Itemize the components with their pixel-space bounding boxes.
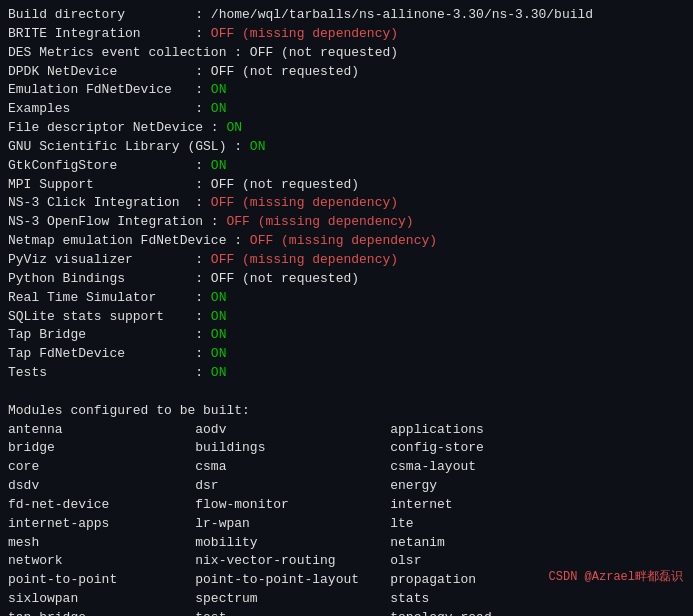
brite-line: BRITE Integration : OFF (missing depende… — [8, 25, 685, 44]
dpdk-line: DPDK NetDevice : OFF (not requested) — [8, 63, 685, 82]
gnu-line: GNU Scientific Library (GSL) : ON — [8, 138, 685, 157]
gtk-line: GtkConfigStore : ON — [8, 157, 685, 176]
modules-header: Modules configured to be built: — [8, 402, 685, 421]
python-line: Python Bindings : OFF (not requested) — [8, 270, 685, 289]
ns3-click-line: NS-3 Click Integration : OFF (missing de… — [8, 194, 685, 213]
modules-row-3: core csma csma-layout — [8, 458, 685, 477]
mpi-line: MPI Support : OFF (not requested) — [8, 176, 685, 195]
pyviz-line: PyViz visualizer : OFF (missing dependen… — [8, 251, 685, 270]
empty-1 — [8, 383, 685, 402]
des-line: DES Metrics event collection : OFF (not … — [8, 44, 685, 63]
modules-row-10: sixlowpan spectrum stats — [8, 590, 685, 609]
modules-row-2: bridge buildings config-store — [8, 439, 685, 458]
realtime-line: Real Time Simulator : ON — [8, 289, 685, 308]
terminal: Build directory : /home/wql/tarballs/ns-… — [8, 6, 685, 616]
tap-fd-line: Tap FdNetDevice : ON — [8, 345, 685, 364]
modules-row-1: antenna aodv applications — [8, 421, 685, 440]
examples-line: Examples : ON — [8, 100, 685, 119]
tests-line: Tests : ON — [8, 364, 685, 383]
modules-row-4: dsdv dsr energy — [8, 477, 685, 496]
modules-row-6: internet-apps lr-wpan lte — [8, 515, 685, 534]
modules-row-5: fd-net-device flow-monitor internet — [8, 496, 685, 515]
emulation-line: Emulation FdNetDevice : ON — [8, 81, 685, 100]
ns3-openflow-line: NS-3 OpenFlow Integration : OFF (missing… — [8, 213, 685, 232]
build-directory-line: Build directory : /home/wql/tarballs/ns-… — [8, 6, 685, 25]
tap-bridge-line: Tap Bridge : ON — [8, 326, 685, 345]
modules-row-7: mesh mobility netanim — [8, 534, 685, 553]
netmap-line: Netmap emulation FdNetDevice : OFF (miss… — [8, 232, 685, 251]
watermark: CSDN @Azrael畔都磊识 — [549, 569, 683, 586]
file-desc-line: File descriptor NetDevice : ON — [8, 119, 685, 138]
modules-row-11: tap-bridge test topology-read — [8, 609, 685, 616]
sqlite-line: SQLite stats support : ON — [8, 308, 685, 327]
